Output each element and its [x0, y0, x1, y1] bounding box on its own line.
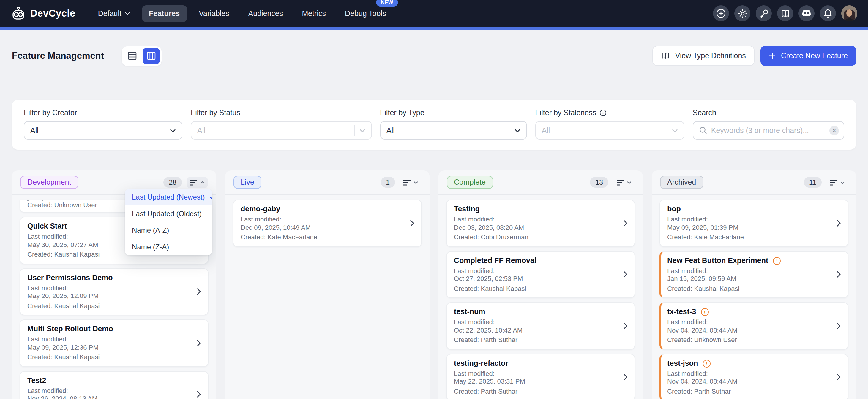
- kanban-view-button[interactable]: [143, 48, 160, 64]
- feature-card[interactable]: Completed FF Removal Last modified: Oct …: [446, 251, 635, 298]
- feature-card[interactable]: testing-refactor Last modified: May 22, …: [446, 354, 635, 399]
- discord-icon[interactable]: [799, 5, 814, 21]
- filter-panel: Filter by Creator All Filter by Status A…: [12, 100, 856, 149]
- project-menu[interactable]: Default: [91, 5, 137, 22]
- user-avatar[interactable]: [841, 5, 857, 21]
- sort-option-oldest[interactable]: Last Updated (Oldest): [125, 205, 212, 222]
- feature-title: Quick Start: [27, 222, 67, 231]
- nav-item-features[interactable]: Features: [142, 5, 187, 22]
- nav-items: Default Features Variables Audiences Met…: [91, 5, 393, 22]
- clipped-text-sliver: [27, 199, 43, 201]
- sort-dropdown-menu: Last Updated (Newest) Last Updated (Olde…: [125, 189, 212, 255]
- chevron-right-icon: [623, 220, 627, 227]
- chevron-right-icon: [623, 271, 627, 278]
- sort-option-newest[interactable]: Last Updated (Newest): [125, 189, 212, 205]
- nav-item-variables[interactable]: Variables: [192, 5, 236, 22]
- create-new-feature-button[interactable]: Create New Feature: [761, 46, 856, 66]
- search-icon: [699, 127, 707, 134]
- chevron-down-icon: [124, 11, 130, 15]
- feature-title: New Feat Button Experiment: [667, 256, 768, 265]
- nav-item-audiences[interactable]: Audiences: [241, 5, 290, 22]
- chevron-right-icon: [837, 323, 841, 330]
- feature-card[interactable]: User Permissions Demo Last modified: May…: [20, 268, 209, 315]
- column-complete: Complete 13 Testing Last modified: Dec 0…: [438, 170, 643, 399]
- created-by: Created: Parth Suthar: [667, 388, 832, 395]
- info-icon[interactable]: [599, 109, 606, 117]
- filter-staleness-label: Filter by Staleness: [535, 109, 684, 117]
- status-badge: Live: [234, 176, 261, 189]
- top-nav: DevCycle Default Features Variables Audi…: [0, 0, 868, 27]
- nav-item-debug-tools[interactable]: Debug Tools NEW: [338, 5, 393, 22]
- status-badge: Development: [20, 176, 78, 189]
- bell-icon[interactable]: [820, 5, 836, 21]
- column-development: Development 28 Created: Unknown User: [12, 170, 216, 399]
- chevron-down-icon: [672, 129, 678, 132]
- chevron-down-icon: [359, 129, 365, 132]
- last-modified-date: Jan 15, 2025, 09:59 AM: [667, 275, 832, 283]
- nav-item-metrics[interactable]: Metrics: [295, 5, 333, 22]
- sort-button[interactable]: [187, 177, 208, 188]
- brand[interactable]: DevCycle: [11, 6, 75, 21]
- filter-type-label: Filter by Type: [380, 109, 527, 117]
- chevron-right-icon: [197, 288, 201, 295]
- filter-status-select[interactable]: All: [191, 121, 372, 139]
- created-by: Created: Cobi Druxerman: [454, 233, 618, 241]
- new-badge: NEW: [376, 0, 398, 6]
- feature-title: Testing: [454, 205, 480, 214]
- filter-staleness-select[interactable]: All: [535, 121, 684, 139]
- feature-title: test-json: [667, 359, 698, 368]
- sort-option-name-az[interactable]: Name (A-Z): [125, 222, 212, 239]
- chevron-down-icon: [170, 129, 176, 132]
- chevron-right-icon: [837, 374, 841, 381]
- column-archived: Archived 11 bop Last modified: May 09, 2…: [652, 170, 856, 399]
- last-modified-date: Nov 26, 2024, 08:13 AM: [27, 395, 192, 399]
- column-live: Live 1 demo-gaby Last modified: Dec 09, …: [225, 170, 430, 399]
- nav-actions: [713, 5, 857, 21]
- chevron-right-icon: [623, 374, 627, 381]
- sort-button[interactable]: [613, 177, 634, 188]
- feature-card[interactable]: Test2 Last modified: Nov 26, 2024, 08:13…: [20, 371, 209, 399]
- caret-down-icon: [627, 181, 631, 184]
- created-by: Created: Kate MacFarlane: [241, 233, 405, 241]
- feature-card[interactable]: bop Last modified: May 09, 2025, 01:39 P…: [659, 199, 848, 247]
- feature-card[interactable]: Multi Step Rollout Demo Last modified: M…: [20, 320, 209, 367]
- sort-button[interactable]: [827, 177, 848, 188]
- stale-warning-icon: !: [701, 308, 709, 316]
- header-actions: View Type Definitions Create New Feature: [653, 46, 856, 66]
- chevron-down-icon: [514, 129, 520, 132]
- column-count: 28: [163, 177, 182, 188]
- feature-card[interactable]: New Feat Button Experiment ! Last modifi…: [659, 251, 848, 298]
- key-icon[interactable]: [756, 5, 772, 21]
- feature-card[interactable]: test-num Last modified: Oct 22, 2025, 10…: [446, 302, 635, 350]
- created-by: Created: Kaushal Kapasi: [27, 302, 192, 310]
- view-toggle: [122, 46, 162, 66]
- filter-type-select[interactable]: All: [380, 121, 527, 139]
- feature-title: test-num: [454, 307, 486, 317]
- column-count: 11: [804, 177, 822, 188]
- kanban-board: Development 28 Created: Unknown User: [0, 170, 868, 399]
- table-view-button[interactable]: [124, 48, 141, 64]
- feature-title: User Permissions Demo: [27, 273, 113, 282]
- plus-icon: [769, 52, 776, 59]
- stale-warning-icon: !: [703, 360, 711, 367]
- docs-book-icon[interactable]: [777, 5, 793, 21]
- feature-card[interactable]: Testing Last modified: Dec 03, 2025, 08:…: [446, 199, 635, 247]
- created-by: Created: Kate MacFarlane: [667, 233, 832, 241]
- feature-card[interactable]: demo-gaby Last modified: Dec 09, 2025, 1…: [233, 199, 422, 247]
- brand-name: DevCycle: [30, 8, 75, 19]
- feature-card[interactable]: test-json ! Last modified: Nov 04, 2024,…: [659, 354, 848, 399]
- chevron-right-icon: [197, 391, 201, 398]
- search-input[interactable]: [711, 126, 825, 134]
- last-modified-date: Oct 27, 2025, 02:53 PM: [454, 275, 618, 283]
- chevron-right-icon: [837, 220, 841, 227]
- feature-card[interactable]: tx-test-3 ! Last modified: Nov 04, 2024,…: [659, 302, 848, 350]
- clear-search-icon[interactable]: ✕: [829, 126, 839, 135]
- sort-option-name-za[interactable]: Name (Z-A): [125, 239, 212, 255]
- plus-circle-icon[interactable]: [713, 5, 729, 21]
- sort-button[interactable]: [400, 177, 421, 188]
- stale-warning-icon: !: [773, 257, 781, 265]
- chevron-right-icon: [623, 323, 627, 330]
- gear-icon[interactable]: [734, 5, 750, 21]
- filter-creator-select[interactable]: All: [24, 121, 182, 139]
- view-type-definitions-button[interactable]: View Type Definitions: [653, 46, 755, 66]
